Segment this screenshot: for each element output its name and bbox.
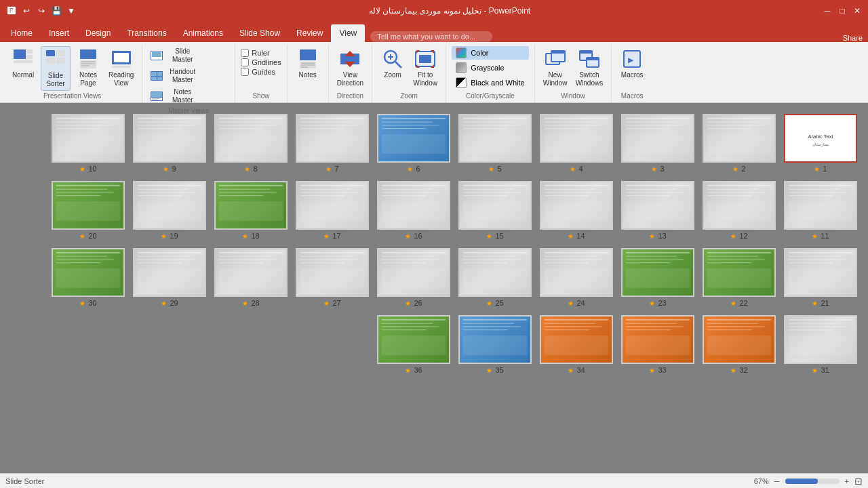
share-button[interactable]: Share — [837, 34, 868, 42]
slide-item[interactable]: ★8 — [214, 114, 288, 173]
slide-thumbnail[interactable] — [458, 248, 532, 297]
slide-thumbnail[interactable] — [621, 114, 694, 163]
slide-thumbnail[interactable] — [458, 315, 532, 364]
view-direction-btn[interactable]: ViewDirection — [334, 46, 366, 89]
slide-thumbnail[interactable] — [458, 181, 532, 230]
slide-thumbnail[interactable] — [703, 181, 776, 230]
notes-master-btn[interactable]: Notes Master — [148, 87, 229, 106]
gridlines-check[interactable] — [241, 58, 249, 66]
slide-item[interactable]: ★13 — [621, 181, 694, 240]
slide-item[interactable]: ★21 — [784, 248, 857, 307]
slide-thumbnail[interactable] — [621, 181, 694, 230]
slide-item[interactable]: ★9 — [133, 114, 206, 173]
tab-animations[interactable]: Animations — [175, 24, 231, 42]
notes-btn[interactable]: Notes — [293, 46, 323, 81]
slide-thumbnail[interactable] — [784, 248, 857, 297]
slide-thumbnail[interactable] — [296, 181, 369, 230]
ruler-checkbox[interactable]: Ruler — [241, 49, 281, 57]
normal-btn[interactable]: Normal — [8, 46, 38, 81]
guides-checkbox[interactable]: Guides — [241, 68, 281, 76]
slide-item[interactable]: Arabic Text بیمارستان ★1 — [784, 114, 857, 173]
slide-item[interactable]: ★31 — [784, 315, 857, 374]
notes-page-btn[interactable]: NotesPage — [73, 46, 103, 89]
slide-item[interactable]: ★4 — [540, 114, 613, 173]
slide-item[interactable]: ★6 — [377, 114, 450, 173]
slide-thumbnail[interactable] — [703, 315, 776, 364]
redo-btn[interactable]: ↪ — [35, 5, 47, 17]
slide-item[interactable]: ★3 — [621, 114, 694, 173]
zoom-minus[interactable]: ─ — [774, 477, 780, 485]
slide-thumbnail[interactable] — [540, 114, 613, 163]
slide-item[interactable]: ★25 — [458, 248, 532, 307]
slide-item[interactable]: ★29 — [133, 248, 206, 307]
slide-item[interactable]: ★22 — [703, 248, 776, 307]
maximize-btn[interactable]: □ — [837, 5, 848, 16]
slide-thumbnail[interactable] — [133, 114, 206, 163]
slide-thumbnail[interactable] — [52, 181, 125, 230]
zoom-btn[interactable]: Zoom — [378, 46, 408, 81]
slide-thumbnail[interactable] — [458, 114, 532, 163]
switch-windows-btn[interactable]: SwitchWindows — [573, 46, 606, 89]
slide-item[interactable]: ★5 — [458, 114, 532, 173]
undo-btn[interactable]: ↩ — [20, 5, 33, 17]
slide-thumbnail[interactable] — [377, 114, 450, 163]
slide-thumbnail[interactable] — [52, 248, 125, 297]
new-window-btn[interactable]: NewWindow — [540, 46, 570, 89]
ruler-check[interactable] — [241, 49, 249, 57]
reading-view-btn[interactable]: ReadingView — [106, 46, 136, 89]
slide-thumbnail[interactable] — [214, 114, 288, 163]
slide-item[interactable]: ★17 — [296, 181, 369, 240]
zoom-slider[interactable] — [785, 479, 840, 484]
slide-item[interactable]: ★26 — [377, 248, 450, 307]
slide-thumbnail[interactable] — [214, 248, 288, 297]
slide-item[interactable]: ★18 — [214, 181, 288, 240]
slide-thumbnail[interactable] — [133, 181, 206, 230]
slide-master-btn[interactable]: Slide Master — [148, 46, 229, 65]
slide-item[interactable]: ★36 — [377, 315, 450, 374]
tab-slideshow[interactable]: Slide Show — [231, 24, 288, 42]
fit-btn[interactable]: ⊡ — [854, 476, 863, 487]
slide-item[interactable]: ★7 — [296, 114, 369, 173]
search-input[interactable] — [370, 31, 492, 42]
slide-thumbnail[interactable] — [784, 315, 857, 364]
tab-review[interactable]: Review — [288, 24, 331, 42]
slide-thumbnail[interactable] — [133, 248, 206, 297]
grayscale-btn[interactable]: Grayscale — [452, 61, 528, 75]
slide-item[interactable]: ★19 — [133, 181, 206, 240]
handout-master-btn[interactable]: Handout Master — [148, 66, 229, 85]
save-btn[interactable]: 💾 — [50, 5, 62, 17]
slide-thumbnail[interactable] — [703, 248, 776, 297]
macros-btn[interactable]: ▶ Macros — [617, 46, 647, 81]
slide-thumbnail[interactable] — [377, 248, 450, 297]
close-btn[interactable]: ✕ — [852, 5, 863, 16]
tab-design[interactable]: Design — [77, 24, 119, 42]
slide-thumbnail[interactable] — [296, 114, 369, 163]
slide-item[interactable]: ★27 — [296, 248, 369, 307]
slide-item[interactable]: ★14 — [540, 181, 613, 240]
slide-thumbnail[interactable] — [296, 248, 369, 297]
slide-thumbnail[interactable] — [621, 248, 694, 297]
slide-item[interactable]: ★11 — [784, 181, 857, 240]
slide-item[interactable]: ★15 — [458, 181, 532, 240]
slide-thumbnail[interactable] — [703, 114, 776, 163]
slide-thumbnail[interactable] — [377, 315, 450, 364]
slide-item[interactable]: ★28 — [214, 248, 288, 307]
slide-thumbnail[interactable]: Arabic Text بیمارستان — [784, 114, 857, 163]
slide-thumbnail[interactable] — [784, 181, 857, 230]
slide-thumbnail[interactable] — [540, 315, 613, 364]
slide-item[interactable]: ★20 — [52, 181, 125, 240]
slide-item[interactable]: ★12 — [703, 181, 776, 240]
slide-item[interactable]: ★2 — [703, 114, 776, 173]
zoom-plus[interactable]: + — [845, 477, 849, 485]
black-white-btn[interactable]: Black and White — [452, 76, 528, 89]
fit-to-window-btn[interactable]: Fit toWindow — [410, 46, 440, 89]
slide-item[interactable]: ★23 — [621, 248, 694, 307]
slide-item[interactable]: ★35 — [458, 315, 532, 374]
slide-item[interactable]: ★30 — [52, 248, 125, 307]
slide-item[interactable]: ★24 — [540, 248, 613, 307]
tab-view[interactable]: View — [331, 24, 365, 42]
color-btn[interactable]: Color — [452, 46, 528, 60]
customize-btn[interactable]: ▼ — [65, 5, 77, 17]
slide-item[interactable]: ★16 — [377, 181, 450, 240]
tab-transitions[interactable]: Transitions — [119, 24, 174, 42]
